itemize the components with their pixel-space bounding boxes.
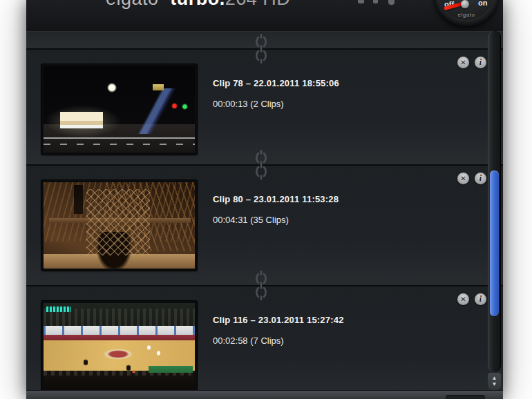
thumbnail-photo-basketball-court [44,303,195,389]
app-title: elgato® turbo.264 HD [106,0,290,10]
dial-hub [461,0,469,8]
cut-off-control-fragment [388,0,395,5]
thumbnail-photo-night-scene [44,66,195,153]
header-bar: elgato® turbo.264 HD off on elgato [26,0,503,32]
title-product: turbo. [170,0,225,9]
clip-title: Clip 78 – 22.01.2011 18:55:06 [213,78,339,88]
scroll-up-icon[interactable]: ▲ [488,375,501,381]
scrollbar-arrows: ▲ ▼ [488,373,501,390]
clip-duration: 00:02:58 (7 Clips) [213,335,284,346]
clip-title: Clip 116 – 23.01.2011 15:27:42 [213,315,344,325]
bottom-bar [26,390,503,399]
title-brand: elgato [106,0,159,9]
scroll-down-icon[interactable]: ▼ [488,381,501,387]
info-icon[interactable]: i [475,57,486,68]
scrollbar-thumb[interactable] [490,171,499,316]
cut-off-control-fragment [358,0,364,3]
bottom-bar-button-fragment[interactable] [446,395,485,399]
power-dial[interactable]: off on elgato [434,0,499,26]
chain-link-icon[interactable] [254,34,269,65]
chain-link-icon[interactable] [254,271,269,302]
clip-duration: 00:00:13 (2 Clips) [213,99,284,109]
clip-thumbnail[interactable] [41,64,197,155]
dial-brand-label: elgato [434,12,499,18]
chain-link-icon[interactable] [254,150,269,181]
close-icon[interactable]: ✕ [457,293,469,305]
clip-thumbnail[interactable] [41,180,197,271]
info-icon[interactable]: i [475,293,486,305]
cut-off-control-fragment [373,0,378,3]
thumbnail-photo-hut-interior [44,182,195,269]
close-icon[interactable]: ✕ [457,57,469,68]
clip-list: ✕ i Clip 78 – 22.01.2011 18:55:06 00:00:… [26,32,503,399]
clip-title: Clip 80 – 23.01.2011 11:53:28 [213,194,339,204]
desktop-background: elgato® turbo.264 HD off on elgato [0,0,532,399]
title-suffix: 264 HD [225,0,291,9]
clip-thumbnail[interactable] [41,301,197,391]
clip-row[interactable]: ✕ i Clip 80 – 23.01.2011 11:53:28 00:04:… [26,164,503,285]
clip-row[interactable]: ✕ i Clip 78 – 22.01.2011 18:55:06 00:00:… [26,48,503,164]
app-window: elgato® turbo.264 HD off on elgato [26,0,503,399]
close-icon[interactable]: ✕ [457,173,469,184]
clip-duration: 00:04:31 (35 Clips) [213,215,289,225]
info-icon[interactable]: i [475,173,486,184]
dial-on-label: on [478,0,487,7]
clip-row[interactable]: ✕ i Clip 116 – 23.01.2011 15:27:42 00:02… [26,285,503,399]
